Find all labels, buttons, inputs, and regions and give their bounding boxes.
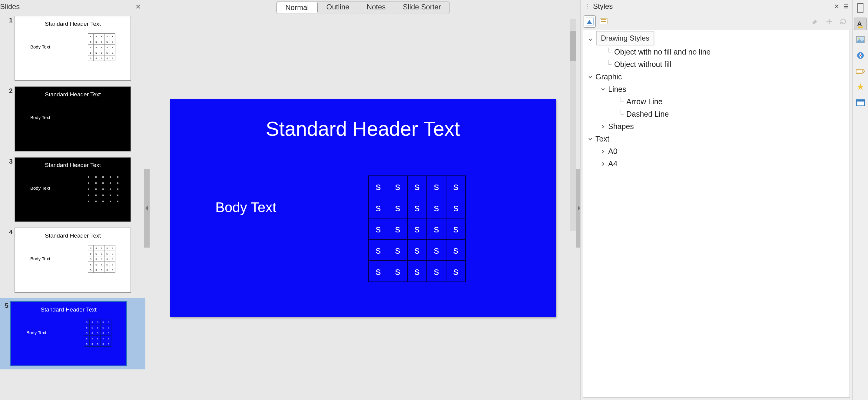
table-cell[interactable]: s xyxy=(407,239,427,261)
tree-label: Arrow Line xyxy=(625,97,663,106)
thumb-header: Standard Header Text xyxy=(15,21,130,27)
thumbnail[interactable]: Standard Header Text Body Text xyxy=(14,86,131,151)
tree-item-a0[interactable]: A0 xyxy=(583,145,849,158)
thumb-body: Body Text xyxy=(30,44,50,49)
table-cell[interactable]: s xyxy=(369,218,388,239)
slides-list[interactable]: 1 Standard Header Text Body Text sssss s… xyxy=(0,13,145,400)
tree-item-arrow-line[interactable]: └ Arrow Line xyxy=(583,95,849,108)
table-cell[interactable]: s xyxy=(427,197,446,218)
tree-label: A4 xyxy=(607,160,618,168)
sidebar-tab-slide-transition[interactable] xyxy=(854,65,867,78)
svg-rect-12 xyxy=(856,70,862,73)
tab-normal[interactable]: Normal xyxy=(277,2,317,13)
table-cell[interactable]: s xyxy=(407,218,427,239)
tree-label: Graphic xyxy=(594,73,622,81)
chevron-down-icon[interactable] xyxy=(586,135,594,143)
tab-slide-sorter[interactable]: Slide Sorter xyxy=(394,1,449,13)
menu-icon[interactable]: ≡ xyxy=(842,1,850,11)
view-tabs-group: Normal Outline Notes Slide Sorter xyxy=(276,1,450,14)
table-cell[interactable]: s xyxy=(388,218,407,239)
table-cell[interactable]: s xyxy=(388,239,407,261)
new-style-icon[interactable] xyxy=(823,16,835,28)
svg-marker-1 xyxy=(578,206,580,210)
drawing-styles-icon[interactable] xyxy=(584,16,596,28)
table-cell[interactable]: s xyxy=(427,218,446,239)
chevron-right-icon[interactable] xyxy=(599,160,607,168)
table-cell[interactable]: s xyxy=(407,176,427,197)
table-cell[interactable]: s xyxy=(388,176,407,197)
slide-body-text[interactable]: Body Text xyxy=(215,199,276,216)
svg-rect-16 xyxy=(857,100,864,102)
thumb-body: Body Text xyxy=(30,256,50,261)
slide-canvas[interactable]: Standard Header Text Body Text sssss sss… xyxy=(170,99,556,317)
tree-item-a4[interactable]: A4 xyxy=(583,158,849,170)
table-cell[interactable]: s xyxy=(407,261,427,282)
tree-item-object-without-fill[interactable]: └ Object without fill xyxy=(583,58,849,70)
styles-tree[interactable]: Style └ Object with no fill and no line … xyxy=(583,30,850,398)
tree-label: Text xyxy=(594,135,609,143)
tree-item-dashed-line[interactable]: └ Dashed Line xyxy=(583,108,849,120)
table-cell[interactable]: s xyxy=(388,197,407,218)
slide-thumbnail-2[interactable]: 2 Standard Header Text Body Text xyxy=(4,86,141,151)
thumbnail[interactable]: Standard Header Text Body Text xyxy=(14,157,131,222)
canvas-area[interactable]: Standard Header Text Body Text sssss sss… xyxy=(145,17,580,400)
tooltip: Drawing Styles xyxy=(596,31,654,45)
table-cell[interactable]: s xyxy=(446,218,465,239)
sidebar-tab-animation[interactable] xyxy=(854,81,867,93)
sidebar-tab-navigator[interactable] xyxy=(854,49,867,62)
tree-item-graphic[interactable]: Graphic xyxy=(583,70,849,83)
chevron-down-icon[interactable] xyxy=(599,85,607,93)
slide-thumbnail-1[interactable]: 1 Standard Header Text Body Text sssss s… xyxy=(4,16,141,81)
table-cell[interactable]: s xyxy=(369,261,388,282)
splitter-left[interactable] xyxy=(144,169,150,248)
scrollbar-thumb[interactable] xyxy=(570,31,576,61)
thumbnail[interactable]: Standard Header Text Body Text sssss sss… xyxy=(14,16,131,81)
table-cell[interactable]: s xyxy=(446,176,465,197)
table-cell[interactable]: s xyxy=(369,197,388,218)
slides-panel: Slides × 1 Standard Header Text Body Tex… xyxy=(0,0,145,400)
slide-title-text[interactable]: Standard Header Text xyxy=(170,117,556,140)
slide-thumbnail-5[interactable]: 5 Standard Header Text Body Text sssss s… xyxy=(0,298,145,369)
view-tabs: Normal Outline Notes Slide Sorter xyxy=(145,0,580,17)
tab-outline[interactable]: Outline xyxy=(318,1,358,13)
sidebar-tab-styles[interactable]: A xyxy=(854,18,867,30)
chevron-down-icon[interactable] xyxy=(586,73,594,81)
thumb-header: Standard Header Text xyxy=(15,232,130,239)
table-cell[interactable]: s xyxy=(407,197,427,218)
fill-format-mode-icon[interactable] xyxy=(809,16,822,28)
tree-item-lines[interactable]: Lines xyxy=(583,83,849,95)
table-cell[interactable]: s xyxy=(427,239,446,261)
presentation-styles-icon[interactable] xyxy=(597,16,610,28)
update-style-icon[interactable] xyxy=(837,16,849,28)
tab-notes[interactable]: Notes xyxy=(358,1,395,13)
table-cell[interactable]: s xyxy=(446,261,465,282)
tree-item-object-no-fill-no-line[interactable]: └ Object with no fill and no line xyxy=(583,46,849,58)
chevron-down-icon[interactable] xyxy=(586,36,594,44)
table-cell[interactable]: s xyxy=(369,239,388,261)
chevron-right-icon[interactable] xyxy=(599,148,607,155)
svg-rect-13 xyxy=(857,70,861,71)
slide-thumbnail-4[interactable]: 4 Standard Header Text Body Text sssss s… xyxy=(4,228,141,293)
table-cell[interactable]: s xyxy=(427,176,446,197)
slide-table[interactable]: sssss sssss sssss sssss sssss xyxy=(368,175,466,282)
close-icon[interactable]: × xyxy=(831,1,842,11)
grip-icon[interactable]: ⋮ xyxy=(583,3,591,10)
thumbnail[interactable]: Standard Header Text Body Text sssss sss… xyxy=(10,301,127,366)
table-cell[interactable]: s xyxy=(446,197,465,218)
table-cell[interactable]: s xyxy=(388,261,407,282)
vertical-scrollbar[interactable] xyxy=(570,19,576,231)
styles-main: ⋮ Styles × ≡ Drawing Styles xyxy=(581,0,852,400)
sidebar-tab-gallery[interactable] xyxy=(854,33,867,46)
close-icon[interactable]: × xyxy=(134,2,142,11)
thumbnail[interactable]: Standard Header Text Body Text sssss sss… xyxy=(14,228,131,293)
tree-item-shapes[interactable]: Shapes xyxy=(583,120,849,133)
table-cell[interactable]: s xyxy=(446,239,465,261)
sidebar-tab-master-slides[interactable] xyxy=(854,96,867,109)
table-cell[interactable]: s xyxy=(427,261,446,282)
tree-item-text[interactable]: Text xyxy=(583,133,849,145)
styles-panel: ⋮ Styles × ≡ Drawing Styles xyxy=(580,0,868,400)
chevron-right-icon[interactable] xyxy=(599,123,607,131)
sidebar-tab-properties[interactable] xyxy=(854,2,867,15)
table-cell[interactable]: s xyxy=(369,176,388,197)
slide-thumbnail-3[interactable]: 3 Standard Header Text Body Text xyxy=(4,157,141,222)
